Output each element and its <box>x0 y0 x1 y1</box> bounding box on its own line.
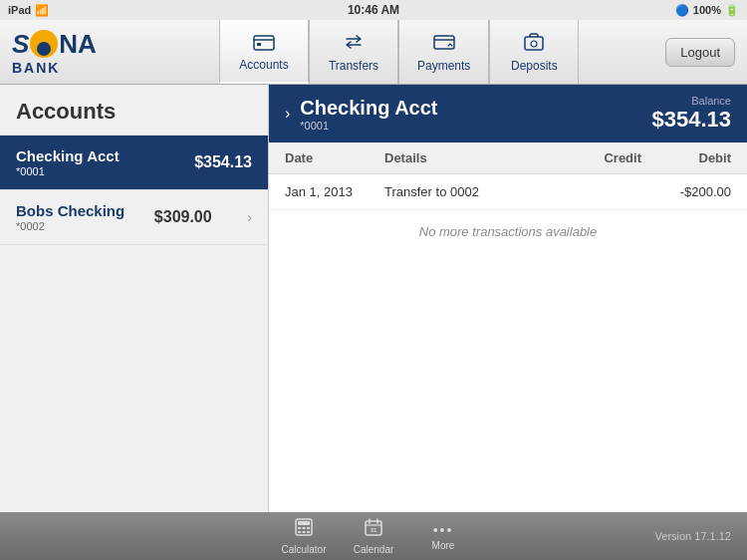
chevron-right-icon: › <box>247 209 252 225</box>
bottom-tab-calculator[interactable]: Calculator <box>269 513 339 559</box>
bottom-tab-calendar-label: Calendar <box>354 544 394 555</box>
col-debit: Debit <box>641 150 731 165</box>
carrier-label: iPad <box>8 4 31 16</box>
status-bar: iPad 📶 10:46 AM 🔵 100% 🔋 <box>0 0 747 20</box>
svg-rect-8 <box>302 527 305 529</box>
bottom-tab-more-label: More <box>432 540 455 551</box>
detail-acct-info: Checking Acct *0001 <box>300 97 437 132</box>
calculator-icon <box>294 517 314 542</box>
svg-rect-2 <box>434 36 454 49</box>
tab-payments-label: Payments <box>417 59 470 73</box>
payments-icon <box>433 32 455 57</box>
logo-na: NA <box>59 29 97 60</box>
no-more-text: No more transactions available <box>269 210 747 253</box>
detail-balance-area: Balance $354.13 <box>651 95 731 133</box>
acct-num-checking: *0001 <box>16 165 120 177</box>
tab-deposits[interactable]: Deposits <box>489 20 579 84</box>
detail-chevron-icon: › <box>285 105 290 123</box>
tx-details-0: Transfer to 0002 <box>384 184 552 199</box>
account-item-checking[interactable]: Checking Acct *0001 $354.13 <box>0 136 268 190</box>
svg-rect-7 <box>298 527 301 529</box>
nav-tabs: Accounts Transfers Payments <box>219 20 653 84</box>
transfers-icon <box>343 32 365 57</box>
acct-info-checking: Checking Acct *0001 <box>16 147 120 177</box>
svg-rect-12 <box>307 531 310 533</box>
tab-accounts-label: Accounts <box>239 58 288 72</box>
tab-transfers[interactable]: Transfers <box>309 20 398 84</box>
accounts-icon <box>253 31 275 56</box>
tab-accounts[interactable]: Accounts <box>219 20 309 84</box>
deposits-icon <box>523 32 545 57</box>
version-label: Version 17.1.12 <box>655 530 731 542</box>
logout-area: Logout <box>653 20 747 84</box>
svg-rect-10 <box>298 531 301 533</box>
svg-rect-0 <box>254 36 274 50</box>
logo: S NA BANK <box>12 29 97 76</box>
acct-name-bobs: Bobs Checking <box>16 202 124 219</box>
sidebar: Accounts Checking Acct *0001 $354.13 Bob… <box>0 85 269 512</box>
logo-s: S <box>12 29 29 60</box>
svg-rect-9 <box>307 527 310 529</box>
bottom-tab-more[interactable]: ••• More <box>408 513 478 559</box>
detail-header-left: › Checking Acct *0001 <box>285 97 438 132</box>
status-left: iPad 📶 <box>8 4 49 17</box>
battery-icon: 🔋 <box>725 4 739 17</box>
svg-rect-3 <box>525 37 543 50</box>
acct-balance-checking: $354.13 <box>194 153 252 171</box>
bottom-tab-calculator-label: Calculator <box>281 544 326 555</box>
transactions-section: Date Details Credit Debit Jan 1, 2013 Tr… <box>269 142 747 512</box>
tx-date-0: Jan 1, 2013 <box>285 184 384 199</box>
detail-balance-label: Balance <box>651 95 731 107</box>
tab-deposits-label: Deposits <box>511 59 558 73</box>
bottom-tabs: Calculator 31 Calendar ••• More <box>254 513 492 559</box>
detail-panel: › Checking Acct *0001 Balance $354.13 Da… <box>269 85 747 512</box>
more-icon: ••• <box>433 522 454 538</box>
col-date: Date <box>285 150 384 165</box>
svg-rect-6 <box>298 521 310 525</box>
header: S NA BANK Accounts <box>0 20 747 85</box>
acct-info-bobs: Bobs Checking *0002 <box>16 202 124 232</box>
logo-area: S NA BANK <box>0 20 219 84</box>
account-item-bobs[interactable]: Bobs Checking *0002 $309.00 › <box>0 190 268 245</box>
logo-sun-icon <box>30 30 58 58</box>
svg-rect-1 <box>257 43 261 46</box>
sidebar-title: Accounts <box>0 85 268 136</box>
time-label: 10:46 AM <box>348 3 399 17</box>
table-row: Jan 1, 2013 Transfer to 0002 -$200.00 <box>269 174 747 210</box>
detail-acct-name: Checking Acct <box>300 97 437 120</box>
tx-table-header: Date Details Credit Debit <box>269 142 747 174</box>
col-details: Details <box>384 150 552 165</box>
bottom-bar: Calculator 31 Calendar ••• More Version … <box>0 512 747 560</box>
acct-num-bobs: *0002 <box>16 220 124 232</box>
tab-transfers-label: Transfers <box>329 59 378 73</box>
calendar-icon: 31 <box>364 517 383 542</box>
svg-rect-11 <box>302 531 305 533</box>
svg-text:31: 31 <box>371 527 377 533</box>
detail-balance: $354.13 <box>651 107 731 133</box>
svg-point-4 <box>531 41 537 47</box>
logo-bank: BANK <box>12 60 97 76</box>
bluetooth-icon: 🔵 <box>675 4 689 17</box>
logout-button[interactable]: Logout <box>665 38 735 67</box>
detail-acct-num: *0001 <box>300 120 437 132</box>
acct-balance-bobs: $309.00 <box>154 208 212 226</box>
acct-name-checking: Checking Acct <box>16 147 120 164</box>
battery-label: 100% <box>693 4 721 16</box>
tx-debit-0: -$200.00 <box>641 184 731 199</box>
main-content: Accounts Checking Acct *0001 $354.13 Bob… <box>0 85 747 512</box>
tab-payments[interactable]: Payments <box>398 20 489 84</box>
wifi-icon: 📶 <box>35 4 49 17</box>
detail-header: › Checking Acct *0001 Balance $354.13 <box>269 85 747 142</box>
status-right: 🔵 100% 🔋 <box>675 4 739 17</box>
bottom-tab-calendar[interactable]: 31 Calendar <box>339 513 408 559</box>
col-credit: Credit <box>552 150 641 165</box>
